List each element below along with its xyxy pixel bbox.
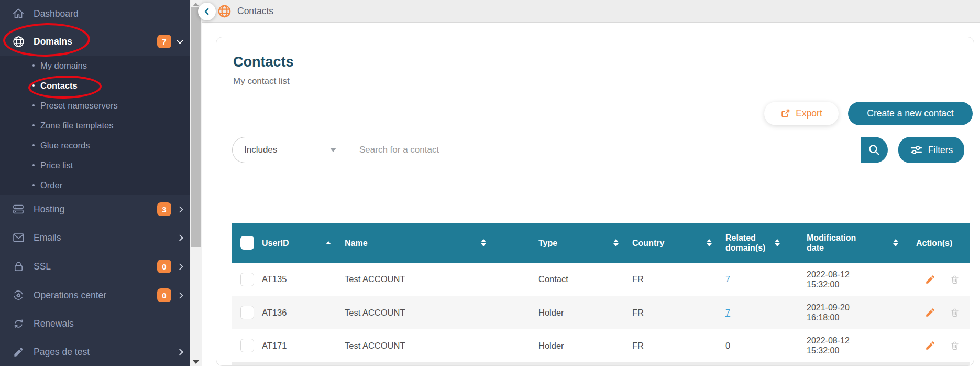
sidebar-item-ssl[interactable]: SSL 0	[0, 252, 190, 281]
table-header-row: UserID Name Type Country Related domain(…	[232, 223, 970, 263]
subitem-label: Glue records	[40, 141, 90, 150]
sort-icon[interactable]	[481, 239, 486, 247]
sidebar-item-label: SSL	[34, 261, 157, 272]
sidebar-item-operations-center[interactable]: Operations center 0	[0, 281, 190, 309]
column-header-related-domains[interactable]: Related domain(s)	[725, 223, 783, 263]
sidebar-item-emails[interactable]: Emails	[0, 223, 190, 252]
sort-asc-icon[interactable]	[326, 241, 331, 244]
ssl-count-badge: 0	[157, 260, 171, 273]
related-domains-link[interactable]: 7	[725, 308, 730, 318]
column-header-country[interactable]: Country	[632, 223, 725, 263]
sidebar-item-pages-de-test[interactable]: Pages de test	[0, 338, 190, 366]
cell-type: Holder	[538, 341, 564, 351]
export-icon	[780, 109, 790, 119]
trash-icon	[950, 274, 960, 285]
bullet-icon	[32, 164, 35, 166]
sidebar-item-renewals[interactable]: Renewals	[0, 309, 190, 338]
sidebar-item-domains[interactable]: Domains 7	[0, 27, 190, 56]
chevron-right-icon	[177, 292, 183, 299]
row-checkbox[interactable]	[240, 273, 254, 286]
cell-name: Test ACCOUNT	[345, 308, 405, 318]
sidebar-collapse-button[interactable]	[198, 3, 216, 20]
chevron-right-icon	[177, 234, 183, 241]
cell-modified-date: 2022-08-12	[807, 336, 850, 346]
delete-button[interactable]	[950, 307, 960, 318]
cell-type: Contact	[538, 274, 568, 284]
filters-button[interactable]: Filters	[898, 137, 964, 163]
edit-pencil-icon	[924, 274, 936, 285]
sidebar-item-label: Emails	[34, 232, 171, 243]
sort-icon[interactable]	[775, 239, 780, 247]
table-row: AT135 Test ACCOUNT Contact FR 7 2022-08-…	[232, 263, 970, 296]
edit-button[interactable]	[924, 340, 936, 351]
sidebar-item-label: Operations center	[34, 290, 157, 301]
chevron-right-icon	[177, 206, 183, 213]
edit-button[interactable]	[924, 274, 936, 285]
scroll-up-arrow-icon[interactable]	[193, 3, 199, 6]
trash-icon	[950, 307, 960, 318]
sidebar-scrollbar[interactable]	[190, 0, 202, 366]
subitem-label: Price list	[40, 160, 73, 170]
gear-sync-icon	[12, 288, 25, 302]
sort-icon[interactable]	[893, 239, 898, 247]
sidebar-item-label: Hosting	[34, 204, 157, 215]
sidebar-subitem-preset-nameservers[interactable]: Preset nameservers	[0, 95, 190, 115]
sidebar-item-label: Domains	[34, 36, 157, 47]
edit-button[interactable]	[924, 307, 936, 318]
delete-button[interactable]	[950, 274, 960, 285]
scroll-down-arrow-icon[interactable]	[192, 360, 200, 364]
column-header-userid[interactable]: UserID	[262, 223, 345, 263]
column-header-actions: Action(s)	[904, 223, 970, 263]
cell-type: Holder	[538, 308, 564, 318]
sort-icon[interactable]	[613, 239, 619, 247]
sidebar-subitem-price-list[interactable]: Price list	[0, 155, 190, 175]
search-input[interactable]	[344, 145, 861, 155]
column-header-modification-date[interactable]: Modification date	[783, 223, 904, 263]
sidebar-subitem-order[interactable]: Order	[0, 175, 190, 195]
sidebar-item-dashboard[interactable]: Dashboard	[0, 0, 190, 27]
cell-name: Test ACCOUNT	[345, 341, 405, 351]
table-row: AT171 Test ACCOUNT Holder FR 0 2022-08-1…	[232, 329, 970, 362]
sidebar-subitem-zone-file-templates[interactable]: Zone file templates	[0, 115, 190, 135]
cell-modified-date: 2021-09-20	[807, 303, 850, 313]
row-checkbox[interactable]	[240, 306, 254, 319]
export-button[interactable]: Export	[764, 102, 839, 125]
breadcrumb[interactable]: Contacts	[237, 6, 273, 17]
home-icon	[12, 7, 25, 20]
sidebar-subitem-my-domains[interactable]: My domains	[0, 56, 190, 76]
sidebar-subitem-contacts[interactable]: Contacts	[0, 76, 190, 95]
cell-userid: AT136	[262, 308, 287, 318]
delete-button[interactable]	[950, 340, 960, 351]
sidebar-item-hosting[interactable]: Hosting 3	[0, 195, 190, 223]
breadcrumb-globe-icon	[217, 4, 232, 18]
select-all-checkbox[interactable]	[240, 236, 254, 250]
search-icon	[868, 144, 880, 156]
globe-icon	[12, 35, 25, 48]
sort-icon[interactable]	[707, 239, 712, 247]
refresh-icon	[12, 317, 25, 330]
column-header-type[interactable]: Type	[538, 223, 632, 263]
cell-country: FR	[632, 308, 644, 318]
bullet-icon	[32, 104, 35, 106]
search-button[interactable]	[861, 137, 888, 163]
pencil-icon	[12, 345, 25, 359]
sidebar-subitem-glue-records[interactable]: Glue records	[0, 135, 190, 155]
trash-icon	[950, 340, 960, 351]
search-mode-select[interactable]: Includes	[233, 145, 344, 155]
sliders-icon	[910, 145, 923, 155]
create-contact-button[interactable]: Create a new contact	[848, 102, 973, 125]
cell-userid: AT171	[262, 341, 287, 351]
chevron-right-icon	[177, 349, 183, 356]
sidebar-item-label: Renewals	[34, 318, 182, 329]
related-domains-link[interactable]: 7	[725, 274, 730, 284]
topbar: Contacts	[202, 0, 980, 23]
contacts-table: UserID Name Type Country Related domain(…	[232, 223, 970, 366]
subitem-label: Preset nameservers	[40, 101, 118, 111]
scrollbar-thumb[interactable]	[191, 7, 201, 247]
row-checkbox[interactable]	[240, 339, 254, 352]
column-label: Modification date	[807, 233, 864, 253]
column-label: Type	[538, 238, 557, 248]
column-header-name[interactable]: Name	[345, 223, 538, 263]
table-row: AT136 Test ACCOUNT Holder FR 7 2021-09-2…	[232, 296, 970, 329]
dropdown-arrow-icon	[330, 148, 336, 152]
